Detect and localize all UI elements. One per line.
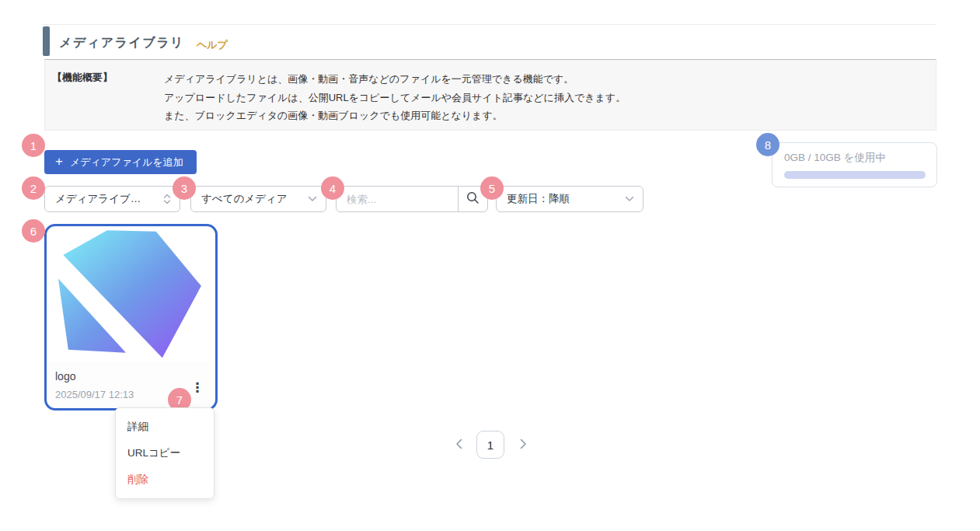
annotation-badge-8: 8 bbox=[756, 133, 779, 156]
help-link[interactable]: ヘルプ bbox=[197, 38, 228, 52]
kebab-menu-button[interactable]: ⋮ bbox=[189, 379, 206, 397]
title-accent-bar bbox=[43, 26, 50, 56]
annotation-badge-3: 3 bbox=[173, 176, 196, 200]
chevron-updown-icon bbox=[163, 193, 171, 205]
library-select[interactable]: メディアライブ… bbox=[44, 186, 180, 212]
chevron-left-icon bbox=[455, 438, 462, 452]
sort-select-value: 更新日：降順 bbox=[497, 192, 625, 206]
overview-line: アップロードしたファイルは、公開URLをコピーしてメールや会員サイト記事などに挿… bbox=[164, 89, 626, 107]
pagination-page-1[interactable]: 1 bbox=[476, 431, 504, 459]
menu-item-url-copy[interactable]: URLコピー bbox=[116, 440, 214, 466]
sort-select[interactable]: 更新日：降順 bbox=[496, 186, 643, 212]
annotation-badge-2: 2 bbox=[22, 176, 45, 200]
storage-progress-bar bbox=[784, 171, 926, 179]
media-type-select-value: すべてのメディア bbox=[191, 192, 308, 206]
add-media-button[interactable]: + メディアファイルを追加 bbox=[44, 150, 197, 174]
annotation-badge-5: 5 bbox=[480, 176, 504, 200]
page-title: メディアライブラリ bbox=[59, 35, 184, 51]
plus-icon: + bbox=[55, 154, 63, 169]
search-input[interactable] bbox=[337, 187, 458, 211]
media-type-select[interactable]: すべてのメディア bbox=[190, 186, 326, 212]
media-card[interactable]: logo 2025/09/17 12:13 ⋮ bbox=[44, 224, 218, 410]
chevron-down-icon bbox=[308, 196, 317, 202]
context-menu: 詳細 URLコピー 削除 bbox=[115, 407, 214, 499]
annotation-badge-6: 6 bbox=[22, 219, 45, 243]
menu-item-delete[interactable]: 削除 bbox=[116, 466, 214, 493]
media-item-name: logo bbox=[55, 370, 75, 383]
annotation-badge-4: 4 bbox=[321, 176, 344, 200]
menu-item-details[interactable]: 詳細 bbox=[116, 414, 214, 440]
storage-usage: 0GB / 10GB を使用中 bbox=[772, 142, 937, 187]
feature-overview-box: 【機能概要】 メディアライブラリとは、画像・動画・音声などのファイルを一元管理で… bbox=[44, 59, 936, 131]
media-thumbnail[interactable] bbox=[48, 228, 214, 362]
overview-label: 【機能概要】 bbox=[45, 60, 164, 130]
pagination-next-button[interactable] bbox=[515, 435, 531, 454]
content-top-divider bbox=[43, 24, 936, 25]
storage-usage-text: 0GB / 10GB を使用中 bbox=[784, 151, 926, 165]
kebab-icon: ⋮ bbox=[191, 380, 204, 395]
pagination-prev-button[interactable] bbox=[451, 435, 466, 454]
overview-line: メディアライブラリとは、画像・動画・音声などのファイルを一元管理できる機能です。 bbox=[164, 70, 626, 89]
library-select-value: メディアライブ… bbox=[45, 192, 163, 206]
media-library-page: メディアライブラリ ヘルプ 【機能概要】 メディアライブラリとは、画像・動画・音… bbox=[0, 0, 980, 531]
overview-line: また、ブロックエディタの画像・動画ブロックでも使用可能となります。 bbox=[164, 107, 626, 125]
media-item-date: 2025/09/17 12:13 bbox=[55, 389, 134, 400]
chevron-right-icon bbox=[520, 438, 527, 452]
logo-image bbox=[48, 228, 214, 362]
search-icon bbox=[466, 191, 480, 207]
search-field bbox=[336, 186, 488, 212]
chevron-down-icon bbox=[625, 196, 634, 202]
add-media-button-label: メディアファイルを追加 bbox=[70, 155, 183, 169]
annotation-badge-1: 1 bbox=[22, 134, 45, 157]
overview-description: メディアライブラリとは、画像・動画・音声などのファイルを一元管理できる機能です。… bbox=[164, 60, 626, 130]
